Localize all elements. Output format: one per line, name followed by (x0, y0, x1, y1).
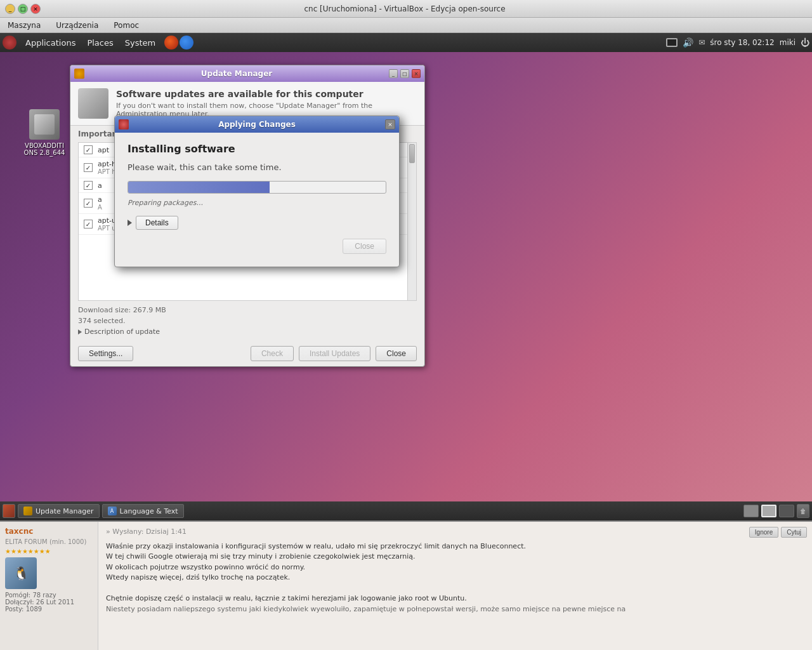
vbox-close-btn[interactable]: × (30, 4, 41, 14)
um-download-size: Download size: 267.9 MB (78, 306, 417, 314)
forum-posts: Posty: 1089 (5, 606, 93, 613)
ac-details-btn[interactable]: Details (136, 216, 178, 230)
ac-subtitle: Please wait, this can take some time. (128, 162, 386, 172)
um-list-scrollbar[interactable] (407, 143, 416, 300)
forum-rank: ELITA FORUM (min. 1000) (5, 538, 93, 545)
forum-post-line-2: W tej chwili Google otwierają mi się trz… (106, 552, 741, 562)
forum-post-body: Właśnie przy okazji instalowania i konfi… (106, 541, 804, 615)
taskbar-lt-icon: A (108, 507, 117, 515)
taskbar-item-update-manager[interactable]: Update Manager (18, 504, 100, 518)
forum-user-panel: taxcnc ELITA FORUM (min. 1000) ★★★★★★★★ … (0, 522, 98, 650)
um-header-text: Software updates are available for this … (116, 89, 417, 118)
um-install-btn[interactable]: Install Updates (299, 346, 370, 361)
scrollbar-thumb[interactable] (409, 144, 415, 163)
show-desktop-btn[interactable] (3, 504, 15, 518)
forum-stars: ★★★★★★★★ (5, 548, 93, 555)
gnome-menu-system[interactable]: System (120, 36, 160, 50)
um-titlebar-icon-area (74, 69, 84, 79)
display-icon[interactable] (666, 38, 678, 47)
vboxadditions-label: VBOXADDITIONS 2.8_644 (24, 142, 65, 156)
ac-progress-bar-fill (128, 182, 270, 193)
um-item-name: a (98, 196, 102, 204)
ac-title-text: Applying Changes (129, 120, 385, 129)
um-item-name: apt (98, 146, 109, 154)
forum-stats: Pomógł: 78 razy Dołączył: 26 Lut 2011 Po… (5, 592, 93, 613)
um-item-checkbox[interactable] (84, 199, 93, 208)
taskbar-view-btn-2[interactable] (761, 505, 776, 517)
um-minimize-btn[interactable]: _ (389, 69, 398, 78)
um-item-content: a A (98, 196, 102, 211)
menu-maszyna[interactable]: Maszyna (5, 20, 43, 31)
um-check-btn[interactable]: Check (251, 346, 294, 361)
help-icon[interactable] (180, 36, 193, 50)
forum-quote-btn[interactable]: Cytuj (781, 527, 807, 538)
forum-section: taxcnc ELITA FORUM (min. 1000) ★★★★★★★★ … (0, 521, 812, 650)
um-item-desc: A (98, 204, 102, 211)
vboxadditions-icon[interactable]: VBOXADDITIONS 2.8_644 (19, 109, 70, 156)
um-description-label[interactable]: Description of update (84, 328, 160, 336)
firefox-icon[interactable] (164, 36, 178, 50)
taskbar-item-language-text[interactable]: A Language & Text (102, 504, 184, 518)
um-footer: Download size: 267.9 MB 374 selected. De… (70, 301, 424, 341)
ac-titlebar: Applying Changes × (115, 116, 399, 133)
um-title-icon (74, 69, 84, 79)
um-settings-btn[interactable]: Settings... (78, 346, 133, 361)
vbox-minimize-btn[interactable]: _ (5, 4, 15, 14)
ac-footer: Close (128, 239, 386, 256)
um-item-checkbox[interactable] (84, 220, 93, 229)
description-arrow-icon (78, 329, 82, 335)
forum-post-header: » Wysłany: Dzisiaj 1:41 (106, 527, 804, 538)
vbox-restore-btn[interactable]: □ (18, 4, 28, 14)
um-description-row: Description of update (78, 328, 417, 336)
virtualbox-titlebar: _ □ × cnc [Uruchomiona] - VirtualBox - E… (0, 0, 812, 18)
um-action-buttons: Settings... Check Install Updates Close (70, 341, 424, 366)
um-right-buttons: Check Install Updates Close (251, 346, 417, 361)
power-icon[interactable]: ⏻ (801, 37, 809, 48)
um-window-titlebar: Update Manager _ □ × (70, 65, 424, 82)
gnome-username[interactable]: miki (780, 38, 796, 47)
ac-status-text: Preparing packages... (128, 199, 386, 207)
um-maximize-btn[interactable]: □ (400, 69, 409, 78)
taskbar-trash-icon[interactable]: 🗑 (797, 504, 809, 518)
ac-details-row: Details (128, 216, 386, 230)
um-item-checkbox[interactable] (84, 145, 93, 154)
forum-ignore-btn[interactable]: Ignore (749, 527, 778, 538)
um-close-btn-main[interactable]: Close (376, 346, 417, 361)
ac-content: Installing software Please wait, this ca… (115, 133, 399, 267)
um-item-checkbox[interactable] (84, 181, 93, 190)
forum-helped: Pomógł: 78 razy (5, 592, 93, 599)
mail-icon[interactable]: ✉ (698, 38, 705, 47)
um-item-content: a (98, 182, 102, 190)
vbox-menubar: Maszyna Urządzenia Pomoc (0, 18, 812, 33)
um-item-name: a (98, 182, 102, 190)
ac-close-btn[interactable]: × (385, 119, 395, 129)
menu-pomoc[interactable]: Pomoc (111, 20, 141, 31)
details-arrow-icon (128, 220, 132, 226)
ac-title-icon (119, 119, 129, 129)
um-header-title: Software updates are available for this … (116, 89, 417, 99)
ac-close-btn-main[interactable]: Close (343, 239, 386, 254)
um-selected-count: 374 selected. (78, 317, 417, 325)
vbox-title: cnc [Uruchomiona] - VirtualBox - Edycja … (41, 4, 769, 13)
taskbar-lt-label: Language & Text (120, 507, 178, 515)
um-item-content: apt (98, 146, 109, 154)
forum-joined: Dołączył: 26 Lut 2011 (5, 599, 93, 606)
gnome-taskbar: Update Manager A Language & Text 🗑 (0, 501, 812, 521)
um-item-checkbox[interactable] (84, 163, 93, 172)
forum-post-line-1: Właśnie przy okazji instalowania i konfi… (106, 541, 741, 552)
gnome-panel-right: 🔊 ✉ śro sty 18, 02:12 miki ⏻ (666, 37, 809, 48)
gnome-panel-left: Applications Places System (3, 36, 193, 50)
um-close-btn[interactable]: × (412, 69, 421, 78)
gnome-datetime: śro sty 18, 02:12 (710, 38, 774, 47)
volume-icon[interactable]: 🔊 (683, 37, 693, 48)
taskbar-view-btn-3[interactable] (779, 505, 794, 517)
virtual-screen: Applications Places System 🔊 ✉ śro sty 1… (0, 33, 812, 521)
gnome-top-panel: Applications Places System 🔊 ✉ śro sty 1… (0, 33, 812, 52)
ac-install-title: Installing software (128, 143, 386, 155)
gnome-menu-applications[interactable]: Applications (20, 36, 81, 50)
taskbar-right-controls: 🗑 (743, 504, 809, 518)
taskbar-view-btn-1[interactable] (743, 505, 759, 517)
um-window-title: Update Manager (84, 69, 389, 78)
gnome-menu-places[interactable]: Places (82, 36, 118, 50)
menu-urzadzenia[interactable]: Urządzenia (53, 20, 101, 31)
